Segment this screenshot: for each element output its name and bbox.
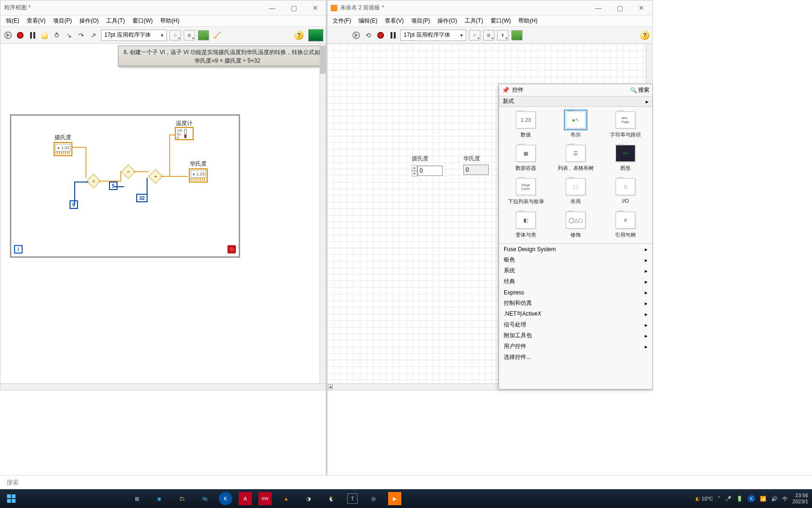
palette-item-refnum[interactable]: #引用句柄 — [601, 212, 650, 238]
tray-chevron-icon[interactable]: ˄ — [718, 496, 720, 502]
run-button[interactable] — [351, 31, 361, 40]
menu-tools[interactable]: 工具(T) — [102, 16, 128, 26]
maximize-button[interactable]: ▢ — [283, 0, 304, 16]
numeric-spinner[interactable]: ▲▼ — [412, 165, 417, 177]
palette-cat-sim[interactable]: 控制和仿真▸ — [499, 298, 652, 309]
minimize-button[interactable]: ― — [261, 0, 283, 16]
reorder-menu[interactable]: ⬚ — [198, 30, 209, 40]
menu-operate[interactable]: 操作(O) — [76, 16, 102, 26]
menu-help[interactable]: 帮助(H) — [515, 16, 541, 26]
menu-view[interactable]: 查看(V) — [23, 16, 49, 26]
celsius-field[interactable]: 0 — [417, 166, 443, 176]
run-button[interactable] — [3, 31, 13, 40]
volume-icon[interactable]: 🔊 — [771, 496, 778, 502]
mic-icon[interactable]: 🎤 — [725, 496, 732, 502]
celsius-numeric-control[interactable]: 摄氏度 ▲▼ 0 — [412, 155, 443, 177]
palette-item-layout[interactable]: ⬚布局 — [551, 178, 601, 205]
pin-icon[interactable]: 📌 — [502, 87, 509, 94]
align-menu[interactable]: ⁞⁞ — [170, 30, 181, 40]
palette-cat-user[interactable]: 用户控件▸ — [499, 341, 652, 352]
task-view-icon[interactable]: ⊞ — [126, 489, 148, 508]
highlight-icon[interactable] — [40, 31, 49, 40]
abort-button[interactable] — [376, 31, 385, 40]
wifi-icon[interactable]: 📶 — [760, 496, 766, 502]
menu-tools[interactable]: 工具(T) — [461, 16, 487, 26]
palette-cat-addons[interactable]: 附加工具包▸ — [499, 330, 652, 341]
explorer-icon[interactable]: 🗀 — [171, 489, 193, 508]
palette-subcategory-header[interactable]: 新式▸ — [499, 96, 652, 107]
celsius-control-terminal[interactable]: ▸1.23 — [54, 142, 72, 156]
const-five[interactable]: 5 — [109, 182, 117, 190]
step-into-icon[interactable]: ↘ — [64, 31, 74, 40]
obs-icon[interactable]: ◎ — [363, 489, 384, 508]
edge-icon[interactable]: ◉ — [148, 489, 170, 508]
distribute-menu[interactable]: ⊞ — [483, 30, 494, 40]
pause-button[interactable] — [388, 31, 398, 40]
stop-terminal[interactable] — [227, 245, 236, 254]
connector-pane-icon[interactable] — [308, 29, 323, 41]
clock[interactable]: 23:56 2023/1 — [792, 492, 808, 505]
palette-item-lists[interactable]: ☰列表、表格和树 — [551, 145, 601, 172]
align-menu[interactable]: ⁞⁞ — [469, 30, 480, 40]
window-divider[interactable] — [326, 0, 328, 475]
scrollbar-horizontal[interactable] — [0, 383, 326, 390]
close-button[interactable]: ✕ — [631, 0, 652, 16]
menu-file[interactable]: 文件(F) — [329, 16, 355, 26]
palette-cat-express[interactable]: Express▸ — [499, 287, 652, 298]
font-selector[interactable]: 17pt 应用程序字体 — [101, 30, 167, 41]
qq-icon[interactable]: 🐧 — [320, 489, 342, 508]
palette-item-boolean[interactable]: ●↖布尔 — [551, 111, 601, 138]
palette-cat-dotnet[interactable]: .NET与ActiveX▸ — [499, 309, 652, 319]
tray-k-icon[interactable]: K — [748, 495, 755, 502]
search-label[interactable]: 搜索 — [638, 86, 649, 94]
palette-item-io[interactable]: ⎍I/O — [601, 178, 650, 205]
font-selector[interactable]: 17pt 应用程序字体 — [400, 30, 466, 41]
palette-item-graph[interactable]: 〰图形 — [601, 145, 650, 172]
resize-menu[interactable]: ⬍ — [497, 30, 508, 40]
help-icon[interactable]: ? — [640, 31, 649, 40]
while-loop[interactable]: i 摄氏度 ▸1.23 温度计 100-50-0- 华氏度 ▸1.23 × ÷ … — [10, 114, 240, 258]
fahrenheit-indicator-terminal[interactable]: ▸1.23 — [189, 168, 208, 183]
player-icon[interactable]: ▶ — [388, 492, 401, 505]
palette-cat-silver[interactable]: 银色▸ — [499, 254, 652, 265]
pause-button[interactable] — [28, 31, 37, 40]
minimize-button[interactable]: ― — [587, 0, 609, 16]
menu-window[interactable]: 窗口(W) — [129, 16, 156, 26]
scrollbar-vertical[interactable] — [320, 44, 326, 383]
close-button[interactable]: ✕ — [304, 0, 326, 16]
maximize-button[interactable]: ▢ — [609, 0, 631, 16]
menu-edit[interactable]: 编辑(E) — [355, 16, 381, 26]
palette-cat-fuse[interactable]: Fuse Design System▸ — [499, 244, 652, 254]
thermometer-indicator[interactable]: 100-50-0- — [175, 127, 194, 140]
palette-item-string[interactable]: abcPath字符串与路径 — [601, 111, 650, 138]
palette-cat-classic[interactable]: 经典▸ — [499, 276, 652, 287]
abort-button[interactable] — [16, 31, 25, 40]
weather-widget[interactable]: ◐ 10°C — [695, 496, 713, 502]
text-app-icon[interactable]: T — [347, 493, 358, 504]
app-misc-icon[interactable]: ◑ — [298, 489, 320, 508]
run-continuous-icon[interactable]: ⟲ — [364, 31, 373, 40]
menu-operate[interactable]: 操作(O) — [434, 16, 461, 26]
palette-cat-select[interactable]: 选择控件... — [499, 352, 652, 363]
taskbar-search[interactable]: 搜索 — [0, 475, 812, 489]
help-icon[interactable]: ? — [294, 31, 304, 40]
store-icon[interactable]: 🛍 — [194, 489, 215, 508]
app-k-icon[interactable]: K — [219, 492, 232, 505]
menu-project[interactable]: 项目(P) — [407, 16, 434, 26]
palette-cat-signal[interactable]: 信号处理▸ — [499, 319, 652, 330]
block-diagram-canvas[interactable]: 6. 创建一个子 VI，该子 VI 功能是实现摄氏温度到华氏温度的转换，转换公式… — [0, 44, 326, 390]
menu-window[interactable]: 窗口(W) — [487, 16, 515, 26]
const-thirtytwo[interactable]: 32 — [136, 194, 148, 202]
retain-wires-icon[interactable]: ⥁ — [52, 31, 62, 40]
reorder-menu[interactable]: ⬚ — [511, 30, 523, 40]
battery-icon[interactable]: 🔋 — [736, 496, 743, 502]
menu-view[interactable]: 查看(V) — [381, 16, 407, 26]
autocad-icon[interactable]: A — [239, 492, 252, 505]
palette-item-decor[interactable]: ◯△▢修饰 — [551, 212, 601, 238]
menu-project[interactable]: 项目(P) — [49, 16, 76, 26]
menu-edit[interactable]: 辑(E) — [2, 16, 23, 26]
start-button[interactable] — [0, 494, 23, 503]
matlab-icon[interactable]: ▲ — [275, 489, 297, 508]
palette-item-variant[interactable]: ◧变体与类 — [501, 212, 551, 238]
distribute-menu[interactable]: ⊞ — [184, 30, 195, 40]
